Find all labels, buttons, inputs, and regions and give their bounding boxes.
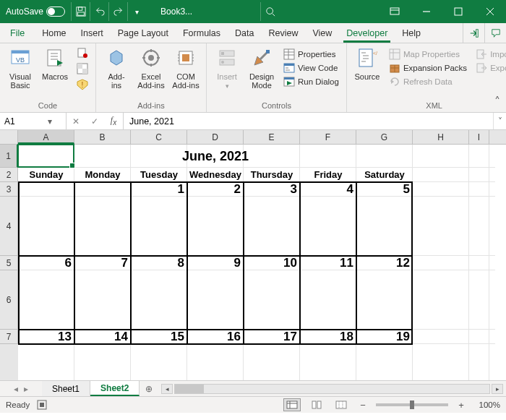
sheet-nav-next[interactable]: ▸ — [24, 384, 28, 394]
close-button[interactable] — [474, 0, 506, 23]
svg-point-45 — [221, 61, 224, 64]
refresh-data-button[interactable]: Refresh Data — [386, 75, 470, 88]
insert-controls-button[interactable]: Insert▾ — [211, 45, 243, 90]
formula-input[interactable] — [129, 116, 487, 127]
calendar-day: 9 — [187, 256, 244, 270]
row-header-1[interactable]: 1 — [0, 145, 18, 168]
autosave-toggle[interactable]: AutoSave — [6, 7, 65, 17]
column-header-F[interactable]: F — [300, 130, 356, 144]
name-box[interactable]: ▾ — [0, 113, 67, 129]
map-properties-button[interactable]: Map Properties — [386, 48, 470, 61]
svg-rect-66 — [390, 49, 400, 59]
new-sheet-button[interactable]: ⊕ — [140, 381, 158, 396]
svg-rect-11 — [476, 29, 478, 37]
design-mode-button[interactable]: Design Mode — [246, 45, 278, 90]
run-dialog-button[interactable]: Run Dialog — [280, 75, 342, 88]
calendar-day: 3 — [244, 182, 300, 197]
view-code-button[interactable]: View Code — [280, 61, 342, 74]
select-all-button[interactable] — [0, 130, 18, 144]
insert-function-button[interactable]: fx — [104, 115, 123, 127]
tab-insert[interactable]: Insert — [74, 23, 111, 43]
svg-rect-13 — [12, 51, 29, 53]
excel-addins-button[interactable]: Excel Add-ins — [135, 45, 167, 90]
redo-button[interactable] — [108, 2, 127, 21]
maximize-button[interactable] — [442, 0, 474, 23]
tab-review[interactable]: Review — [261, 23, 305, 43]
macro-record-status-icon[interactable] — [37, 400, 47, 410]
column-header-A[interactable]: A — [18, 130, 74, 144]
column-header-C[interactable]: C — [131, 130, 187, 144]
addins-button[interactable]: Add- ins — [100, 45, 132, 90]
macros-button[interactable]: Macros — [39, 45, 71, 81]
scroll-left-button[interactable]: ◂ — [161, 384, 173, 394]
record-macro-button[interactable] — [74, 46, 91, 59]
search-button[interactable] — [260, 2, 279, 21]
com-addins-button[interactable]: COM Add-ins — [170, 45, 202, 90]
comments-button[interactable] — [484, 23, 506, 43]
share-button[interactable] — [463, 23, 484, 43]
tab-home[interactable]: Home — [35, 23, 73, 43]
cancel-formula-button[interactable]: ✕ — [67, 116, 85, 127]
save-button[interactable] — [71, 2, 90, 21]
enter-formula-button[interactable]: ✓ — [85, 116, 104, 127]
sheet-nav-prev[interactable]: ◂ — [14, 384, 18, 394]
hscroll-thumb[interactable] — [175, 385, 204, 393]
sheet-tab-sheet1[interactable]: Sheet1 — [42, 381, 90, 396]
name-box-input[interactable] — [4, 116, 45, 127]
tab-help[interactable]: Help — [395, 23, 428, 43]
scroll-right-button[interactable]: ▸ — [492, 384, 503, 394]
zoom-out-button[interactable]: − — [357, 399, 369, 411]
column-header-D[interactable]: D — [187, 130, 244, 144]
zoom-level[interactable]: 100% — [474, 400, 500, 409]
relative-references-icon — [77, 63, 88, 74]
column-header-I[interactable]: I — [469, 130, 489, 144]
row-header-2[interactable]: 2 — [0, 168, 18, 182]
svg-rect-76 — [40, 403, 44, 407]
column-header-B[interactable]: B — [74, 130, 131, 144]
svg-text:!: ! — [82, 81, 84, 89]
document-name: Book3... — [146, 7, 260, 17]
tab-developer[interactable]: Developer — [339, 23, 395, 43]
visual-basic-button[interactable]: VB Visual Basic — [4, 45, 36, 90]
zoom-in-button[interactable]: + — [455, 399, 467, 411]
export-button[interactable]: Export — [473, 61, 506, 74]
row-header-5[interactable]: 5 — [0, 256, 18, 270]
normal-view-button[interactable] — [283, 398, 301, 411]
cells-canvas[interactable]: June, 2021SundayMondayTuesdayWednesdayTh… — [18, 145, 506, 380]
use-relative-references-button[interactable] — [74, 62, 91, 75]
undo-button[interactable] — [90, 2, 108, 21]
collapse-ribbon-button[interactable]: ˄ — [492, 95, 503, 107]
row-header-4[interactable]: 4 — [0, 197, 18, 256]
hscroll-track[interactable] — [174, 384, 490, 394]
tab-file[interactable]: File — [0, 23, 35, 43]
column-header-H[interactable]: H — [413, 130, 469, 144]
tab-page-layout[interactable]: Page Layout — [111, 23, 176, 43]
ribbon-display-options-button[interactable] — [379, 0, 411, 23]
calendar-day: 8 — [131, 256, 187, 270]
qat-customize-button[interactable]: ▾ — [127, 2, 146, 21]
sheet-tab-sheet2[interactable]: Sheet2 — [90, 381, 140, 396]
minimize-button[interactable] — [411, 0, 442, 23]
expansion-packs-button[interactable]: Expansion Packs — [386, 61, 470, 74]
column-header-G[interactable]: G — [356, 130, 413, 144]
group-xml: </> Source Map Properties Expansion Pack… — [347, 43, 506, 112]
row-header-3[interactable]: 3 — [0, 182, 18, 197]
tab-formulas[interactable]: Formulas — [176, 23, 228, 43]
macro-security-button[interactable]: ! — [74, 78, 91, 91]
tab-data[interactable]: Data — [228, 23, 261, 43]
zoom-slider[interactable] — [376, 403, 448, 406]
name-box-dropdown[interactable]: ▾ — [45, 116, 55, 127]
page-break-view-button[interactable] — [333, 398, 350, 411]
page-layout-view-button[interactable] — [308, 398, 325, 411]
svg-rect-58 — [284, 77, 294, 80]
column-header-E[interactable]: E — [244, 130, 300, 144]
row-header-7[interactable]: 7 — [0, 330, 18, 344]
properties-button[interactable]: Properties — [280, 48, 342, 61]
source-button[interactable]: </> Source — [351, 45, 383, 81]
horizontal-scrollbar[interactable]: ◂ ▸ — [158, 381, 506, 396]
import-button[interactable]: Import — [473, 48, 506, 61]
row-header-6[interactable]: 6 — [0, 270, 18, 330]
tab-view[interactable]: View — [305, 23, 339, 43]
expand-formula-bar-button[interactable]: ˅ — [493, 113, 506, 129]
sheet-tabs-bar: ◂ ▸ Sheet1Sheet2 ⊕ ◂ ▸ — [0, 380, 506, 396]
